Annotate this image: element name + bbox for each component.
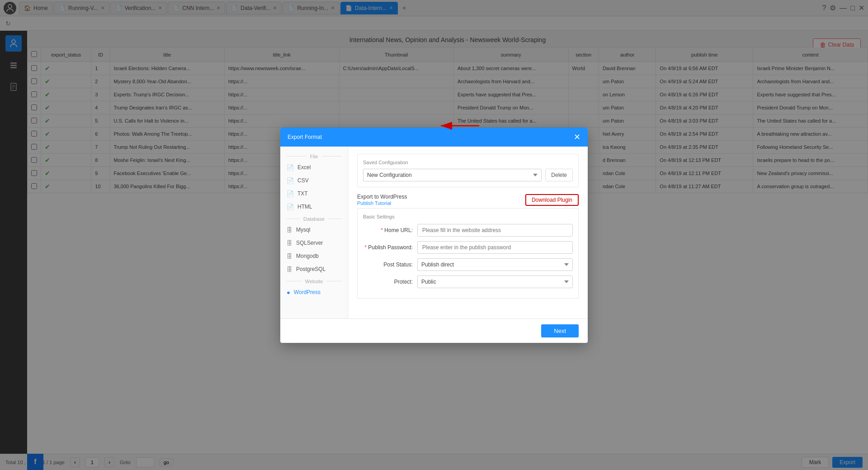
- post-status-row: Post Status: Publish direct Draft Pendin…: [363, 258, 573, 271]
- nav-excel[interactable]: 📄 Excel: [280, 161, 348, 174]
- protect-select[interactable]: Public Private Password Protected: [417, 275, 573, 288]
- modal-overlay: Export Format ✕ File 📄 Excel 📄 CSV 📄 TXT: [0, 0, 868, 470]
- saved-config-title: Saved Configuration: [363, 160, 573, 165]
- post-status-label: Post Status:: [363, 261, 417, 268]
- sqlserver-icon: 🗄: [287, 240, 292, 247]
- nav-html[interactable]: 📄 HTML: [280, 200, 348, 214]
- html-icon: 📄: [287, 204, 294, 210]
- website-section-label: Website: [280, 276, 348, 286]
- plugin-label: Export to WordPress: [357, 194, 407, 200]
- mysql-icon: 🗄: [287, 227, 292, 233]
- modal-title: Export Format: [288, 134, 322, 140]
- config-row: New Configuration Delete: [363, 169, 573, 181]
- post-status-select[interactable]: Publish direct Draft Pending: [417, 258, 573, 271]
- publish-password-input[interactable]: [417, 241, 573, 254]
- modal-sidebar: File 📄 Excel 📄 CSV 📄 TXT 📄 HTML Dat: [280, 147, 348, 318]
- nav-csv[interactable]: 📄 CSV: [280, 174, 348, 187]
- home-url-label: Home URL:: [363, 227, 417, 233]
- nav-sqlserver[interactable]: 🗄 SQLServer: [280, 237, 348, 250]
- export-format-modal: Export Format ✕ File 📄 Excel 📄 CSV 📄 TXT: [280, 128, 588, 343]
- mongodb-icon: 🗄: [287, 253, 292, 260]
- txt-icon: 📄: [287, 190, 294, 197]
- modal-main-content: Saved Configuration New Configuration De…: [348, 147, 588, 318]
- modal-close-button[interactable]: ✕: [574, 133, 580, 141]
- nav-mysql[interactable]: 🗄 Mysql: [280, 223, 348, 237]
- home-url-input[interactable]: [417, 224, 573, 237]
- nav-txt[interactable]: 📄 TXT: [280, 187, 348, 200]
- basic-settings-section: Basic Settings Home URL: Publish Passwor…: [357, 208, 579, 299]
- postgresql-icon: 🗄: [287, 266, 292, 273]
- nav-postgresql[interactable]: 🗄 PostgreSQL: [280, 263, 348, 276]
- modal-footer: Next: [280, 318, 588, 343]
- delete-config-button[interactable]: Delete: [545, 169, 573, 181]
- next-button[interactable]: Next: [541, 324, 579, 337]
- download-plugin-button[interactable]: Download Plugin: [525, 194, 579, 206]
- csv-icon: 📄: [287, 177, 294, 184]
- nav-mongodb[interactable]: 🗄 Mongodb: [280, 250, 348, 263]
- saved-config-section: Saved Configuration New Configuration De…: [357, 154, 579, 187]
- protect-row: Protect: Public Private Password Protect…: [363, 275, 573, 288]
- protect-label: Protect:: [363, 279, 417, 285]
- publish-password-row: Publish Password:: [363, 241, 573, 254]
- home-url-row: Home URL:: [363, 224, 573, 237]
- wordpress-icon: ●: [287, 289, 290, 296]
- nav-wordpress[interactable]: ● WordPress: [280, 286, 348, 299]
- excel-icon: 📄: [287, 164, 294, 171]
- basic-settings-title: Basic Settings: [363, 214, 573, 219]
- modal-header: Export Format ✕: [280, 128, 588, 147]
- modal-body: File 📄 Excel 📄 CSV 📄 TXT 📄 HTML Dat: [280, 147, 588, 318]
- publish-password-label: Publish Password:: [363, 244, 417, 251]
- file-section-label: File: [280, 151, 348, 161]
- database-section-label: Database: [280, 214, 348, 223]
- config-select[interactable]: New Configuration: [363, 169, 542, 181]
- publish-tutorial-link[interactable]: Publish Tutorial: [357, 200, 391, 206]
- plugin-row: Export to WordPress Publish Tutorial Dow…: [357, 194, 579, 206]
